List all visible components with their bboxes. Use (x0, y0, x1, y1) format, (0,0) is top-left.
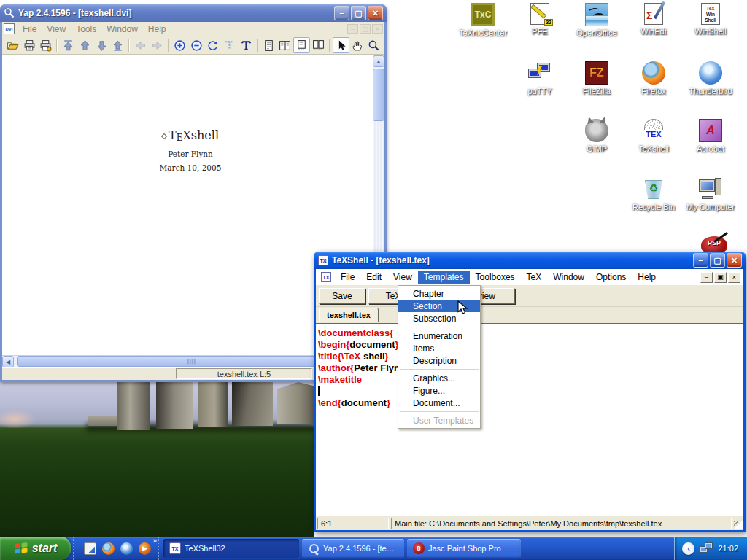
taskbar-button-jasc-paint-shop-pro[interactable]: 8Jasc Paint Shop Pro (407, 539, 521, 558)
desktop-icon-recycle-bin[interactable]: ♻Recycle Bin (626, 177, 681, 211)
template-item-figure[interactable]: Figure... (398, 384, 480, 397)
template-item-graphics[interactable]: Graphics... (398, 372, 480, 384)
thunderbird-icon (699, 61, 722, 85)
open-folder-icon[interactable] (4, 37, 21, 53)
child-restore-button[interactable]: ▣ (714, 272, 727, 283)
desktop: { "desktop": { "icons": [ {"label":"TeXn… (0, 0, 747, 560)
yap-menu-file[interactable]: File (18, 23, 42, 35)
refresh-icon[interactable] (204, 37, 221, 53)
desktop-icon-my-computer[interactable]: My Computer (683, 177, 738, 211)
texshell-close-button[interactable]: ✕ (727, 253, 742, 268)
template-item-document[interactable]: Document... (398, 397, 480, 409)
back-icon[interactable] (132, 37, 149, 53)
desktop-icon-label: puTTY (512, 87, 568, 96)
quicklaunch-media-player-icon[interactable]: ▶ (139, 542, 151, 555)
desktop-icon-texniccenter[interactable]: TxCTeXnicCenter (455, 3, 511, 37)
desktop-icon-thunderbird[interactable]: Thunderbird (683, 61, 738, 96)
texshell-menu-tex[interactable]: TeX (521, 271, 548, 284)
desktop-icon-winshell[interactable]: TeXWinShellWinShell (683, 3, 738, 36)
toolbar-separator (329, 39, 330, 52)
quick-launch-overflow-chevron[interactable]: » (152, 538, 157, 544)
template-item-items[interactable]: Items (398, 342, 480, 354)
forward-icon[interactable] (149, 37, 166, 53)
save-button[interactable]: Save (319, 288, 365, 304)
taskbar-button-yap-2-4-1596-texs[interactable]: Yap 2.4.1596 - [texs... (302, 539, 404, 558)
tab-texshell-tex[interactable]: texshell.tex (319, 308, 379, 322)
template-item-description[interactable]: Description (398, 354, 480, 367)
page-view-double-icon[interactable] (276, 37, 293, 53)
yap-minimize-button[interactable]: – (334, 6, 349, 20)
horizon-glow (0, 410, 36, 429)
zoom-in-icon[interactable] (171, 37, 188, 53)
template-item-enumeration[interactable]: Enumeration (398, 330, 480, 342)
yap-menu-view[interactable]: View (42, 23, 71, 35)
texshell-menu-options[interactable]: Options (590, 271, 632, 284)
network-tray-icon[interactable] (700, 542, 713, 554)
taskbar-button-texshell32[interactable]: TXTeXShell32 (163, 539, 299, 558)
texshell-task-icon: TX (169, 542, 181, 554)
psp-task-icon: 8 (413, 542, 425, 554)
page-view-single-icon[interactable] (260, 37, 277, 53)
texshell-menu-file[interactable]: File (335, 271, 360, 284)
page-view-facing-icon[interactable] (310, 37, 327, 53)
texshell-menu-toolboxes[interactable]: Toolboxes (470, 271, 521, 284)
yap-titlebar[interactable]: Yap 2.4.1596 - [texshell.dvi] – ▢ ✕ (0, 4, 387, 22)
glyph-line: Shell (702, 18, 719, 23)
child-close-button[interactable]: × (728, 272, 740, 283)
yap-maximize-button[interactable]: ▢ (351, 6, 366, 20)
texshell-menu-edit[interactable]: Edit (360, 271, 387, 284)
desktop-icon-acrobat[interactable]: AAcrobat (683, 119, 738, 153)
desktop-icon-openoffice[interactable]: OpenOffice (569, 3, 624, 37)
print-icon[interactable] (21, 37, 38, 53)
yap-menu-window[interactable]: Window (101, 23, 143, 35)
template-item-user-templates: User Templates (398, 414, 480, 427)
template-item-chapter[interactable]: Chapter (398, 287, 480, 300)
scroll-left-button[interactable]: ◀ (2, 356, 14, 368)
code-editor[interactable]: \documentclass{\begin{document}\title{\T… (316, 323, 743, 516)
texshell-menu-window[interactable]: Window (547, 271, 590, 284)
texshell-minimize-button[interactable]: – (693, 253, 708, 268)
print-setup-icon[interactable] (38, 37, 55, 53)
resize-grip[interactable] (734, 521, 743, 529)
code-line-2: \begin{document} (318, 339, 743, 351)
select-cursor-icon[interactable] (333, 37, 349, 53)
yap-close-button[interactable]: ✕ (368, 6, 383, 20)
gimp-icon (585, 119, 608, 142)
desktop-icon-label: TeXnicCenter (455, 28, 511, 37)
icon-glyph: TxC (475, 9, 492, 20)
desktop-icon-winedt[interactable]: ΣWinEdt (626, 3, 681, 36)
yap-menu-tools[interactable]: Tools (71, 23, 101, 35)
quicklaunch-thunderbird-icon[interactable] (120, 542, 133, 555)
texshell-menu-templates[interactable]: Templates (418, 271, 470, 284)
text-mode-icon[interactable] (238, 37, 255, 53)
desktop-icon-filezilla[interactable]: FZFileZilla (569, 61, 624, 96)
quicklaunch-firefox-icon[interactable] (102, 542, 115, 555)
go-bottom-icon[interactable] (110, 37, 127, 53)
child-minimize-button[interactable]: – (700, 272, 713, 283)
zoom-out-icon[interactable] (188, 37, 205, 53)
desktop-icon-texshell[interactable]: TEXTeXshell (626, 119, 681, 153)
ruler-text-icon[interactable] (221, 37, 238, 53)
quicklaunch-show-desktop-icon[interactable] (84, 542, 96, 555)
go-top-icon[interactable] (60, 37, 77, 53)
go-down-icon[interactable] (93, 37, 110, 53)
yap-menu-help[interactable]: Help (143, 23, 171, 35)
hide-inactive-icons-button[interactable]: ‹ (682, 542, 694, 555)
go-up-icon[interactable] (77, 37, 93, 53)
desktop-icon-putty[interactable]: puTTY (512, 61, 568, 96)
texshell-titlebar[interactable]: TX TeXShell - [texshell.tex] – ▢ ✕ (314, 252, 746, 269)
desktop-icon-gimp[interactable]: GIMP (569, 119, 624, 153)
page-view-continuous-icon[interactable] (293, 37, 310, 53)
start-button[interactable]: start (0, 537, 71, 560)
vertical-scroll-thumb[interactable] (373, 69, 384, 121)
hand-tool-icon[interactable] (349, 37, 366, 53)
texshell-menu-view[interactable]: View (387, 271, 418, 284)
desktop-icon-firefox[interactable]: Firefox (626, 61, 681, 96)
yap-menubar: DVI FileViewToolsWindowHelp – ▢ ✕ (2, 22, 384, 36)
texshell-menu-help[interactable]: Help (632, 271, 662, 284)
scroll-up-button[interactable]: ▲ (373, 55, 384, 67)
toolbar-separator (168, 39, 169, 52)
texshell-maximize-button[interactable]: ▢ (710, 253, 725, 268)
desktop-icon-pfe[interactable]: 32PFE (512, 3, 568, 36)
magnifier-icon[interactable] (365, 37, 382, 53)
